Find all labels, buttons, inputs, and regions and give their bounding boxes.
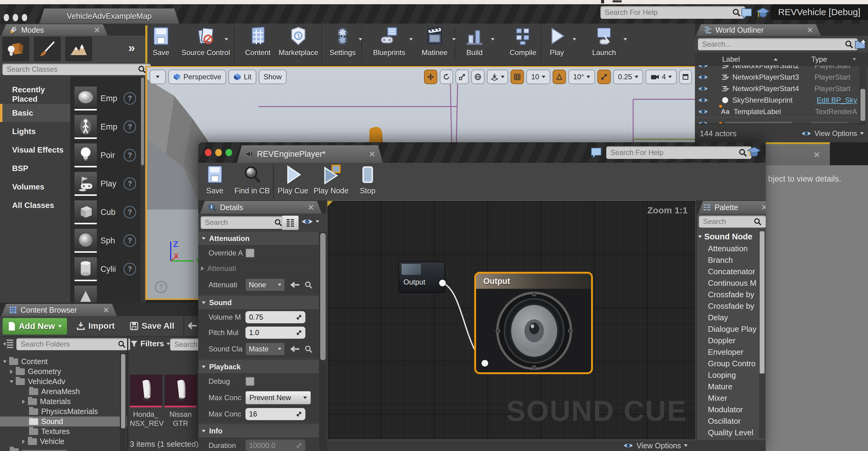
placeable-item[interactable]: Cub ? [70,198,141,227]
view-options-button[interactable]: View Options [623,441,688,450]
outliner-row[interactable]: NetworkPlayerStart3 PlayerStart [695,71,860,83]
rotate-tool-button[interactable] [440,70,453,84]
search-assets-input[interactable]: Search [170,338,198,351]
close-icon[interactable] [761,204,766,210]
play-node-button[interactable]: Play Node [314,165,348,195]
search-classes-input[interactable]: Search Classes [2,64,151,75]
viewport-help-icon[interactable]: ? [155,281,167,293]
chevron-down-icon[interactable] [224,38,228,40]
output-pin[interactable] [439,280,446,286]
close-icon[interactable] [813,152,819,158]
outliner-row-partial[interactable] [695,117,860,123]
placeable-item[interactable]: Poir ? [70,141,141,170]
expanded-icon[interactable] [10,381,13,383]
minimize-window-dot[interactable] [215,149,222,156]
tree-item-vehicle[interactable]: Vehicle [0,437,127,447]
play-cue-button[interactable]: Play Cue [278,165,308,195]
tab-content-browser[interactable]: Content Browser [1,304,117,316]
palette-item[interactable]: Attenuation [697,243,759,254]
search-folders-input[interactable]: Search Folders [17,338,130,350]
add-new-button[interactable]: Add New [2,318,67,335]
section-attenuation[interactable]: Attenuation [198,232,319,245]
window-control-dot[interactable] [4,14,9,21]
use-selected-arrow-icon[interactable] [290,345,300,353]
volume-input[interactable]: 0.75 [245,311,305,323]
visibility-eye-icon[interactable] [697,96,709,104]
tab-modes[interactable]: Modes [1,24,108,36]
stop-button[interactable]: Stop [358,165,377,195]
show-flags-button[interactable]: Show [259,70,287,84]
content-button[interactable]: Content [245,26,271,57]
bg-details-tab[interactable] [766,142,830,165]
mode-paint-button[interactable] [34,37,61,61]
expand-toolbar-button[interactable]: » [128,41,135,55]
tree-item-materials[interactable]: Materials [0,396,127,407]
tab-revengineplayer[interactable]: REVEnginePlayer* [237,145,383,163]
close-icon[interactable] [369,151,375,157]
use-selected-arrow-icon[interactable] [290,281,300,289]
palette-group-sound-node[interactable]: Sound Node [697,231,759,243]
visibility-eye-icon[interactable] [697,65,709,70]
attenuation-dropdown[interactable]: None [245,278,285,291]
palette-item[interactable]: Mixer [697,392,759,404]
build-button[interactable]: Build [465,26,484,57]
tree-item-physicsmaterials[interactable]: PhysicsMaterials [0,407,127,417]
placeable-item[interactable]: Emp ? [70,84,141,113]
palette-item[interactable]: Oscillator [697,415,759,427]
scale-tool-button[interactable] [456,70,469,84]
outliner-scrollbar[interactable] [860,53,866,123]
filter-icon[interactable] [852,58,856,61]
browse-icon[interactable] [304,280,313,289]
outliner-row[interactable]: SkyShereBlueprint Edit BP_Sky [695,94,860,106]
help-icon[interactable]: ? [123,92,136,105]
property-matrix-button[interactable] [282,215,299,230]
palette-item[interactable]: Doppler [697,335,759,346]
palette-item[interactable]: Continuous M [697,277,759,289]
wave-player-node[interactable]: Output [399,262,445,293]
compile-button[interactable]: Compile [510,26,536,57]
tree-item-vehicleadv[interactable]: VehicleAdv [0,377,127,387]
category-volumes[interactable]: Volumes [0,178,70,196]
edit-blueprint-link[interactable]: Edit BP_Sky [817,96,857,104]
palette-item[interactable]: Delay [697,312,759,323]
close-icon[interactable] [807,27,813,33]
surface-snap-button[interactable] [487,70,508,84]
category-all-classes[interactable]: All Classes [0,196,70,215]
play-button[interactable]: Play [547,26,566,57]
close-icon[interactable] [94,27,100,33]
close-window-dot[interactable] [205,149,212,156]
save-button[interactable]: Save [206,165,224,195]
import-button[interactable]: Import [76,318,115,334]
expanded-icon[interactable] [3,361,7,363]
collapsed-icon[interactable] [22,439,25,444]
details-scrollbar[interactable] [319,232,327,451]
chevron-down-icon[interactable] [452,38,456,40]
feedback-bubble-icon[interactable] [741,8,753,19]
help-search-input[interactable]: Search For Help [600,6,745,19]
palette-item[interactable]: Quality Level [697,427,759,438]
tab-world-outliner[interactable]: World Outliner [696,24,821,36]
marketplace-button[interactable]: Marketplace [279,26,318,57]
settings-button[interactable]: Settings [330,26,356,57]
chevron-down-icon[interactable] [623,38,627,40]
mode-place-button[interactable] [2,37,29,61]
chevron-down-icon[interactable] [409,38,413,40]
visibility-eye-icon[interactable] [697,73,709,81]
visibility-eye-icon[interactable] [697,85,709,93]
visibility-eye-icon[interactable] [697,108,709,116]
help-icon[interactable]: ? [123,149,136,162]
column-type[interactable]: Type [811,55,827,64]
placeable-item[interactable]: Sph ? [70,227,141,255]
tab-details[interactable]: Details [200,201,322,214]
palette-item[interactable]: Crossfade by [697,289,759,300]
browse-icon[interactable] [304,345,313,353]
tutorial-cap-icon[interactable] [747,146,761,159]
category-visual-effects[interactable]: Visual Effects [0,141,70,159]
tree-item-arenamesh[interactable]: ArenaMesh [0,387,127,396]
placeable-item[interactable]: Cylii ? [70,255,141,283]
matinee-button[interactable]: Matinee [422,26,447,57]
help-icon[interactable]: ? [123,234,136,247]
tree-item-geometry[interactable]: Geometry [0,366,127,377]
filters-button[interactable]: Filters [130,339,170,349]
find-in-cb-button[interactable]: Find in CB [235,165,270,195]
